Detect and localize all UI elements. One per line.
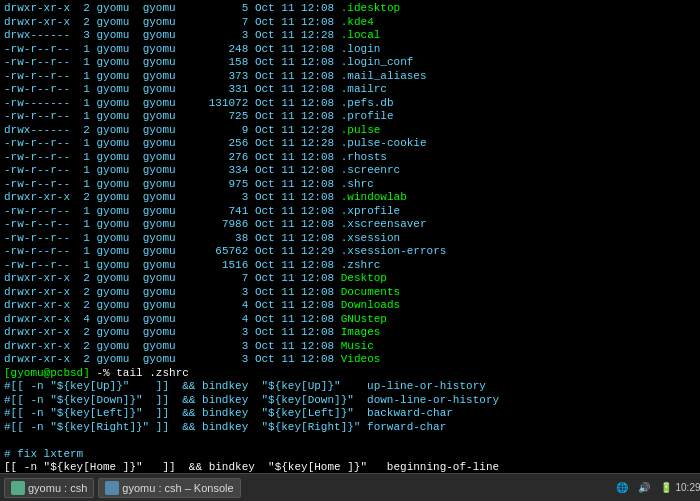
- battery-icon: 🔋: [658, 480, 674, 496]
- taskbar-app-konsole[interactable]: gyomu : csh – Konsole: [98, 478, 240, 498]
- comment-fix: # fix lxterm: [4, 448, 696, 462]
- ls-line-9: -rw-r--r-- 1 gyomu gyomu 725 Oct 11 12:0…: [4, 110, 696, 124]
- app-icon-2: [105, 481, 119, 495]
- ls-line-2: drwxr-xr-x 2 gyomu gyomu 7 Oct 11 12:08 …: [4, 16, 696, 30]
- ls-line-12: -rw-r--r-- 1 gyomu gyomu 276 Oct 11 12:0…: [4, 151, 696, 165]
- ls-line-24: drwxr-xr-x 4 gyomu gyomu 4 Oct 11 12:08 …: [4, 313, 696, 327]
- ls-line-5: -rw-r--r-- 1 gyomu gyomu 158 Oct 11 12:0…: [4, 56, 696, 70]
- ls-line-25: drwxr-xr-x 2 gyomu gyomu 3 Oct 11 12:08 …: [4, 326, 696, 340]
- ls-line-16: -rw-r--r-- 1 gyomu gyomu 741 Oct 11 12:0…: [4, 205, 696, 219]
- clock-icon: 10:29: [680, 480, 696, 496]
- ls-line-1: drwxr-xr-x 2 gyomu gyomu 5 Oct 11 12:08 …: [4, 2, 696, 16]
- ls-line-26: drwxr-xr-x 2 gyomu gyomu 3 Oct 11 12:08 …: [4, 340, 696, 354]
- ls-line-15: drwxr-xr-x 2 gyomu gyomu 3 Oct 11 12:08 …: [4, 191, 696, 205]
- taskbar: gyomu : csh gyomu : csh – Konsole 🌐 🔊 🔋 …: [0, 473, 700, 501]
- ls-line-23: drwxr-xr-x 2 gyomu gyomu 4 Oct 11 12:08 …: [4, 299, 696, 313]
- blank-1: [4, 434, 696, 448]
- ls-line-20: -rw-r--r-- 1 gyomu gyomu 1516 Oct 11 12:…: [4, 259, 696, 273]
- taskbar-app-csh[interactable]: gyomu : csh: [4, 478, 94, 498]
- terminal-content[interactable]: drwxr-xr-x 2 gyomu gyomu 5 Oct 11 12:08 …: [0, 0, 700, 473]
- ls-line-13: -rw-r--r-- 1 gyomu gyomu 334 Oct 11 12:0…: [4, 164, 696, 178]
- prompt-tail: [gyomu@pcbsd] -% tail .zshrc: [4, 367, 696, 381]
- taskbar-app2-label: gyomu : csh – Konsole: [122, 482, 233, 494]
- ls-line-7: -rw-r--r-- 1 gyomu gyomu 331 Oct 11 12:0…: [4, 83, 696, 97]
- taskbar-right: 🌐 🔊 🔋 10:29: [614, 480, 696, 496]
- ls-line-11: -rw-r--r-- 1 gyomu gyomu 256 Oct 11 12:2…: [4, 137, 696, 151]
- ls-line-14: -rw-r--r-- 1 gyomu gyomu 975 Oct 11 12:0…: [4, 178, 696, 192]
- taskbar-app-label: gyomu : csh: [28, 482, 87, 494]
- app-icon: [11, 481, 25, 495]
- ls-line-3: drwx------ 3 gyomu gyomu 3 Oct 11 12:28 …: [4, 29, 696, 43]
- code-line-2: #[[ -n "${key[Down]}" ]] && bindkey "${k…: [4, 394, 696, 408]
- code-line-4: #[[ -n "${key[Right]}" ]] && bindkey "${…: [4, 421, 696, 435]
- network-icon: 🌐: [614, 480, 630, 496]
- ls-line-18: -rw-r--r-- 1 gyomu gyomu 38 Oct 11 12:08…: [4, 232, 696, 246]
- ls-line-22: drwxr-xr-x 2 gyomu gyomu 3 Oct 11 12:08 …: [4, 286, 696, 300]
- code-line-3: #[[ -n "${key[Left]}" ]] && bindkey "${k…: [4, 407, 696, 421]
- ls-line-27: drwxr-xr-x 2 gyomu gyomu 3 Oct 11 12:08 …: [4, 353, 696, 367]
- terminal-window: drwxr-xr-x 2 gyomu gyomu 5 Oct 11 12:08 …: [0, 0, 700, 501]
- volume-icon: 🔊: [636, 480, 652, 496]
- ls-line-21: drwxr-xr-x 2 gyomu gyomu 7 Oct 11 12:08 …: [4, 272, 696, 286]
- fix-line-1: [[ -n "${key[Home ]}" ]] && bindkey "${k…: [4, 461, 696, 473]
- ls-line-4: -rw-r--r-- 1 gyomu gyomu 248 Oct 11 12:0…: [4, 43, 696, 57]
- ls-line-6: -rw-r--r-- 1 gyomu gyomu 373 Oct 11 12:0…: [4, 70, 696, 84]
- ls-line-17: -rw-r--r-- 1 gyomu gyomu 7986 Oct 11 12:…: [4, 218, 696, 232]
- ls-line-10: drwx------ 2 gyomu gyomu 9 Oct 11 12:28 …: [4, 124, 696, 138]
- ls-line-19: -rw-r--r-- 1 gyomu gyomu 65762 Oct 11 12…: [4, 245, 696, 259]
- code-line-1: #[[ -n "${key[Up]}" ]] && bindkey "${key…: [4, 380, 696, 394]
- ls-line-8: -rw------- 1 gyomu gyomu 131072 Oct 11 1…: [4, 97, 696, 111]
